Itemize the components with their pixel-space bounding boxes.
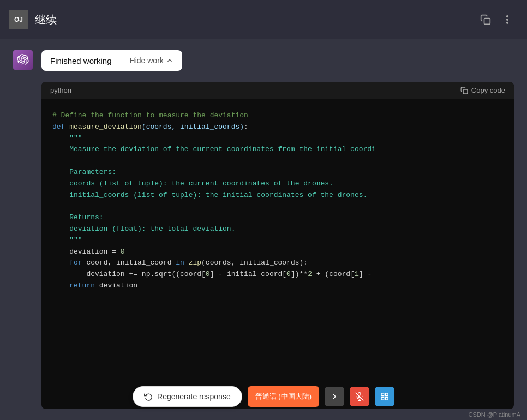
code-line-10: Returns: — [52, 212, 503, 224]
code-line-14: for coord, initial_coord in zip(coords, … — [52, 257, 503, 269]
svg-rect-0 — [484, 19, 490, 25]
message-row: Finished working Hide work — [0, 50, 527, 71]
code-line-1: # Define the function to measure the dev… — [52, 110, 503, 122]
chevron-right-icon — [330, 392, 339, 401]
svg-rect-9 — [385, 393, 388, 396]
top-right-actions — [477, 11, 516, 28]
code-line-4: Measure the deviation of the current coo… — [52, 144, 503, 155]
code-language: python — [50, 86, 71, 94]
code-line-13: deviation = 0 — [52, 247, 503, 258]
copy-label: Copy code — [471, 86, 505, 94]
code-line-7: coords (list of tuple): the current coor… — [52, 178, 503, 190]
regenerate-icon — [144, 392, 153, 401]
more-icon[interactable] — [499, 11, 516, 28]
svg-point-2 — [507, 19, 508, 21]
copy-code-button[interactable]: Copy code — [460, 86, 505, 94]
bottom-toolbar: Regenerate response 普通话 (中国大陆) — [133, 386, 394, 407]
code-line-15: deviation += np.sqrt((coord[0] - initial… — [52, 269, 503, 280]
header: OJ 继续 — [0, 0, 527, 39]
lang-label: 普通话 (中国大陆) — [255, 392, 312, 400]
next-button[interactable] — [325, 387, 344, 406]
svg-point-3 — [507, 22, 508, 24]
svg-point-1 — [507, 16, 508, 17]
copy-icon-top[interactable] — [477, 11, 494, 28]
grid-icon — [380, 392, 389, 401]
bubble-divider — [121, 56, 121, 65]
code-line-11: deviation (float): the total deviation. — [52, 224, 503, 235]
watermark: CSDN @PlatinumA — [468, 411, 520, 418]
header-avatar: OJ — [9, 10, 28, 29]
hide-work-label: Hide work — [130, 56, 164, 65]
chevron-up-icon — [166, 57, 173, 64]
finished-working-bubble[interactable]: Finished working Hide work — [41, 50, 182, 71]
code-line-3: """ — [52, 133, 503, 145]
code-line-16: return deviation — [52, 280, 503, 292]
code-line-12: """ — [52, 235, 503, 247]
svg-rect-8 — [381, 393, 384, 396]
mic-off-button[interactable] — [350, 387, 369, 406]
code-header: python Copy code — [41, 82, 514, 99]
regenerate-button[interactable]: Regenerate response — [133, 386, 242, 407]
code-line-2: def measure_deviation(coords, initial_co… — [52, 122, 503, 133]
page-title: 继续 — [35, 13, 57, 27]
main-content: Finished working Hide work python Copy c… — [0, 39, 527, 420]
avatar-text: OJ — [14, 16, 23, 23]
hide-work-control[interactable]: Hide work — [130, 56, 173, 65]
svg-rect-4 — [463, 89, 468, 94]
svg-rect-10 — [381, 397, 384, 400]
code-body: # Define the function to measure the dev… — [41, 99, 514, 303]
grid-button[interactable] — [375, 387, 394, 406]
regenerate-label: Regenerate response — [157, 392, 231, 401]
language-selector-button[interactable]: 普通话 (中国大陆) — [248, 386, 319, 407]
svg-rect-11 — [385, 397, 388, 400]
finished-label: Finished working — [50, 56, 112, 65]
code-line-9 — [52, 201, 503, 212]
ai-avatar — [13, 50, 33, 70]
mic-off-icon — [355, 392, 364, 401]
code-line-5 — [52, 155, 503, 167]
code-line-6: Parameters: — [52, 167, 503, 178]
code-container: python Copy code # Define the function t… — [41, 82, 514, 409]
watermark-text: CSDN @PlatinumA — [468, 411, 520, 418]
code-line-8: initial_coords (list of tuple): the init… — [52, 190, 503, 201]
copy-icon — [460, 87, 468, 94]
